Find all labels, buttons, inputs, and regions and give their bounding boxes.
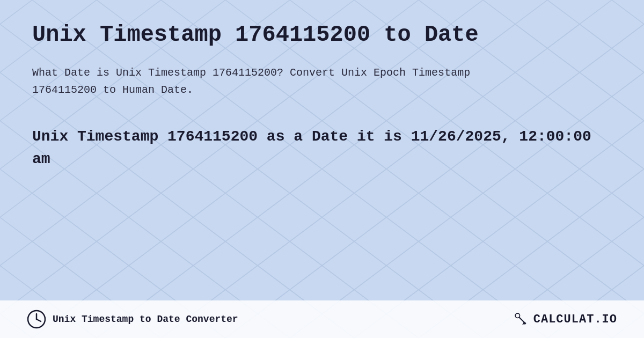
page-title: Unix Timestamp 1764115200 to Date [32, 21, 612, 48]
result-section: Unix Timestamp 1764115200 as a Date it i… [32, 126, 612, 171]
svg-line-133 [36, 319, 41, 321]
logo-text: CALCULAT.IO [533, 313, 617, 326]
main-content: Unix Timestamp 1764115200 to Date What D… [0, 0, 644, 219]
clock-icon [27, 310, 46, 329]
calculat-icon [513, 311, 529, 327]
svg-line-136 [523, 323, 524, 325]
footer-left: Unix Timestamp to Date Converter [27, 310, 238, 329]
logo-area: CALCULAT.IO [513, 311, 617, 327]
footer-label: Unix Timestamp to Date Converter [53, 314, 238, 325]
result-text: Unix Timestamp 1764115200 as a Date it i… [32, 126, 612, 171]
page-description: What Date is Unix Timestamp 1764115200? … [32, 64, 515, 99]
footer-bar: Unix Timestamp to Date Converter CALCULA… [0, 300, 644, 338]
